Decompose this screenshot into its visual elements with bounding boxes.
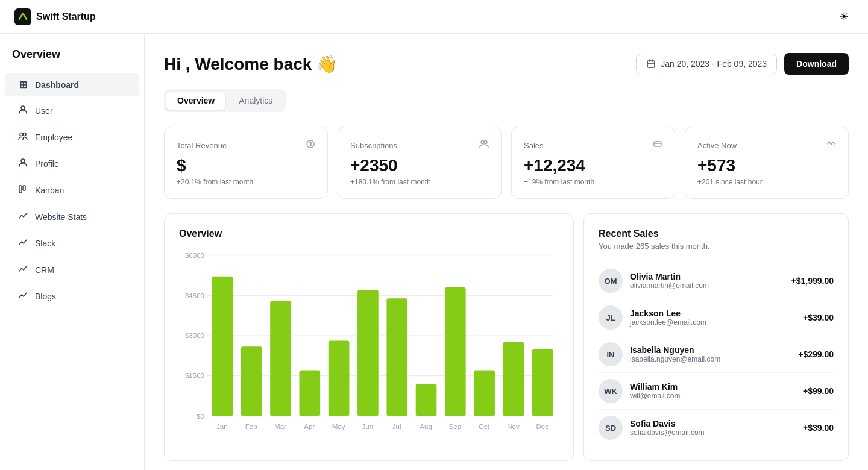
stat-card-header: Subscriptions [350, 139, 489, 151]
download-button[interactable]: Download [784, 53, 849, 75]
svg-text:Nov: Nov [507, 422, 520, 430]
svg-text:Sep: Sep [449, 422, 462, 430]
blogs-icon [17, 290, 29, 302]
svg-rect-33 [532, 349, 553, 416]
sidebar-item-employee[interactable]: Employee [5, 125, 139, 149]
svg-text:$1500: $1500 [185, 371, 205, 379]
sidebar-item-label: Blogs [35, 292, 56, 301]
svg-rect-7 [647, 61, 655, 67]
crm-icon [17, 264, 29, 276]
sale-info: Sofia Davis sofia.davis@email.com [630, 419, 796, 437]
stats-grid: Total Revenue $ +20.1% from last month S… [164, 127, 849, 199]
svg-rect-31 [474, 371, 495, 416]
tab-group: Overview Analytics [164, 89, 286, 112]
sun-icon: ☀ [839, 10, 849, 24]
sale-item: OM Olivia Martin olivia.martin@email.com… [599, 263, 834, 299]
sidebar-item-label: User [35, 106, 53, 116]
svg-text:Jan: Jan [216, 422, 228, 430]
sale-amount: +$1,999.00 [791, 276, 834, 286]
svg-point-10 [484, 141, 487, 144]
sidebar-item-blogs[interactable]: Blogs [5, 284, 139, 309]
sidebar-item-crm[interactable]: CRM [5, 258, 139, 282]
stat-label: Sales [524, 141, 544, 150]
svg-rect-22 [212, 277, 233, 416]
svg-text:Feb: Feb [245, 422, 257, 430]
employee-icon [17, 131, 29, 143]
stat-label: Active Now [697, 141, 737, 150]
logo-icon [14, 8, 31, 25]
sidebar-item-label: Employee [35, 133, 72, 142]
svg-text:$4500: $4500 [185, 292, 205, 299]
main-content: Hi , Welcome back 👋 Jan 20, 2023 - Feb 0… [145, 34, 868, 470]
sidebar-item-website-stats[interactable]: Website Stats [5, 205, 139, 229]
sidebar-section-title: Overview [0, 48, 144, 70]
sale-name: Olivia Martin [630, 272, 784, 281]
sale-amount: +$99.00 [803, 386, 834, 396]
stat-change: +201 since last hour [697, 178, 836, 186]
svg-point-1 [21, 106, 25, 110]
sale-item: WK William Kim will@email.com +$99.00 [599, 373, 834, 410]
sidebar-item-dashboard[interactable]: ⊞ Dashboard [5, 73, 139, 96]
page-title: Hi , Welcome back 👋 [164, 54, 338, 74]
theme-toggle-button[interactable]: ☀ [834, 7, 854, 27]
svg-text:$6000: $6000 [185, 251, 205, 259]
svg-text:Aug: Aug [420, 422, 432, 430]
svg-text:May: May [332, 422, 345, 430]
sale-name: William Kim [630, 382, 796, 392]
svg-rect-27 [357, 290, 379, 416]
sale-amount: +$39.00 [803, 423, 834, 433]
chart-card: Overview $6000 $4500 $3000 $1500 [164, 213, 574, 461]
stat-change: +20.1% from last month [177, 178, 315, 186]
sidebar-item-kanban[interactable]: Kanban [5, 178, 139, 202]
users-icon [479, 139, 489, 151]
profile-icon [17, 158, 29, 170]
sale-info: William Kim will@email.com [630, 382, 796, 400]
chart-title: Overview [179, 228, 559, 239]
date-range-picker[interactable]: Jan 20, 2023 - Feb 09, 2023 [636, 54, 777, 74]
credit-card-icon [653, 139, 662, 151]
sidebar-item-profile[interactable]: Profile [5, 152, 139, 176]
svg-rect-6 [23, 186, 25, 190]
avatar: IN [599, 342, 623, 366]
tab-overview[interactable]: Overview [166, 92, 225, 110]
stat-card-header: Sales [524, 139, 662, 151]
sidebar-item-label: Kanban [35, 186, 64, 195]
svg-text:Jun: Jun [362, 422, 374, 430]
svg-text:Mar: Mar [274, 422, 286, 430]
svg-point-4 [21, 159, 25, 163]
tab-analytics[interactable]: Analytics [228, 92, 283, 110]
calendar-icon [646, 59, 656, 69]
svg-rect-30 [445, 287, 466, 416]
svg-rect-25 [300, 371, 321, 416]
app-name: Swift Startup [36, 11, 96, 22]
svg-rect-0 [14, 8, 31, 25]
sidebar-item-slack[interactable]: Slack [5, 231, 139, 255]
sale-item: SD Sofia Davis sofia.davis@email.com +$3… [599, 410, 834, 446]
sale-email: isabella.nguyen@email.com [630, 355, 791, 363]
avatar: OM [599, 269, 623, 293]
svg-text:Oct: Oct [479, 422, 490, 430]
svg-rect-5 [19, 186, 22, 193]
sale-info: Olivia Martin olivia.martin@email.com [630, 272, 784, 290]
stat-label: Total Revenue [177, 141, 227, 150]
dashboard-icon: ⊞ [17, 79, 29, 90]
slack-icon [17, 237, 29, 249]
sidebar-item-label: CRM [35, 265, 54, 275]
user-icon [17, 105, 29, 117]
sidebar: Overview ⊞ Dashboard User Employee Profi… [0, 34, 145, 470]
kanban-icon [17, 184, 29, 196]
svg-rect-32 [503, 342, 524, 416]
recent-sales-title: Recent Sales [599, 228, 834, 239]
sale-info: Isabella Nguyen isabella.nguyen@email.co… [630, 345, 791, 363]
sale-email: will@email.com [630, 392, 796, 400]
sidebar-item-label: Profile [35, 159, 59, 169]
stat-card-header: Active Now [697, 139, 836, 151]
avatar: WK [599, 379, 623, 403]
stat-card-sales: Sales +12,234 +19% from last month [511, 127, 675, 199]
svg-text:Dec: Dec [536, 422, 549, 430]
stat-card-subscriptions: Subscriptions +2350 +180.1% from last mo… [338, 127, 502, 199]
sidebar-item-user[interactable]: User [5, 99, 139, 123]
stat-card-total-revenue: Total Revenue $ +20.1% from last month [164, 127, 328, 199]
main-layout: Overview ⊞ Dashboard User Employee Profi… [0, 34, 868, 470]
svg-text:$0: $0 [197, 412, 204, 420]
